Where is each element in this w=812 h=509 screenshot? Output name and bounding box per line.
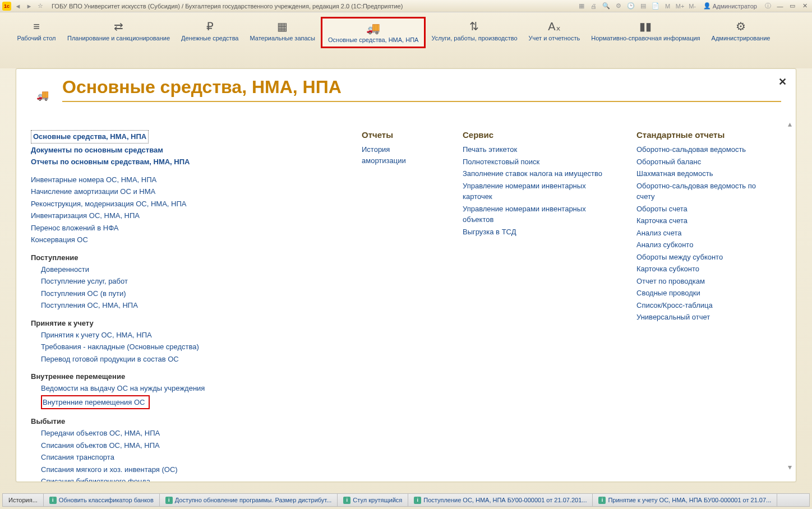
back-icon[interactable]: ◄ — [13, 2, 22, 11]
link-std-11[interactable]: Сводные проводки — [636, 288, 765, 299]
group-vybytie: Выбытие — [31, 417, 334, 425]
scroll-up-icon[interactable]: ▴ — [787, 119, 792, 128]
panel-close-button[interactable]: ✕ — [778, 76, 787, 88]
link-srv-5[interactable]: Выгрузка в ТСД — [463, 226, 608, 238]
sb-item-3[interactable]: iПоступление ОС, НМА, НПА БУ00-000001 от… — [408, 494, 593, 506]
toolbar-icon-3[interactable]: 🔍 — [601, 2, 611, 11]
std-reports-column: Стандартные отчеты Оборотно-сальдовая ве… — [636, 130, 765, 482]
toolbar-icon-2[interactable]: 🖨 — [589, 2, 599, 11]
info-badge-icon: i — [343, 497, 350, 504]
scroll-down-icon[interactable]: ▾ — [787, 462, 792, 471]
link-srv-3[interactable]: Управление номерами инвентарных карточек — [463, 181, 608, 202]
link-top-2[interactable]: Документы по основным средствам — [31, 145, 334, 156]
toolbar-icon-6[interactable]: ▤ — [638, 2, 648, 11]
nav-services[interactable]: ⇅ Услуги, работы, производство — [426, 17, 523, 45]
link-prin-1[interactable]: Требования - накладные (Основные средств… — [41, 341, 334, 353]
link-list1-4[interactable]: Перенос вложений в НФА — [31, 223, 334, 234]
link-srv-0[interactable]: Печать этикеток — [463, 144, 608, 155]
link-report-0[interactable]: История амортизации — [362, 144, 435, 166]
nav-label: Основные средства, НМА, НПА — [328, 36, 418, 43]
nav-reference[interactable]: ▮▮ Нормативно-справочная информация — [585, 17, 705, 45]
toolbar-icon-1[interactable]: ▦ — [576, 2, 587, 11]
nav-planning[interactable]: ⇄ Планирование и санкционирование — [62, 17, 176, 45]
link-vyb-0[interactable]: Передачи объектов ОС, НМА, НПА — [41, 428, 334, 439]
nav-fixed-assets[interactable]: 🚚 Основные средства, НМА, НПА — [321, 17, 426, 48]
close-button[interactable]: ✕ — [800, 2, 810, 11]
link-list1-5[interactable]: Консервация ОС — [31, 234, 334, 246]
favorite-icon[interactable]: ☆ — [36, 2, 45, 11]
nav-label: Рабочий стол — [17, 35, 56, 41]
forward-icon[interactable]: ► — [25, 2, 34, 11]
history-button[interactable]: История... — [3, 494, 44, 506]
link-list1-1[interactable]: Начисление амортизации ОС и НМА — [31, 186, 334, 197]
link-std-9[interactable]: Карточка субконто — [636, 263, 765, 275]
service-column: Сервис Печать этикеток Полнотекстовый по… — [463, 130, 608, 482]
info-icon[interactable]: ⓘ — [763, 2, 773, 11]
reports-heading: Отчеты — [362, 130, 435, 140]
link-std-0[interactable]: Оборотно-сальдовая ведомость — [636, 144, 765, 155]
maximize-button[interactable]: ▭ — [787, 2, 797, 11]
link-std-2[interactable]: Шахматная ведомость — [636, 168, 765, 179]
std-reports-heading: Стандартные отчеты — [636, 130, 765, 140]
calc-m-plus[interactable]: M+ — [675, 2, 685, 11]
nav-cash[interactable]: ₽ Денежные средства — [176, 17, 244, 45]
link-std-12[interactable]: Список/Кросс-таблица — [636, 300, 765, 311]
sb-item-0[interactable]: iОбновить классификатор банков — [44, 494, 160, 506]
info-badge-icon: i — [49, 497, 57, 504]
minimize-button[interactable]: — — [775, 2, 785, 11]
link-postup-2[interactable]: Поступления ОС (в пути) — [41, 288, 334, 299]
link-top-3[interactable]: Отчеты по основным средствам, НМА, НПА — [31, 156, 334, 168]
link-vyb-1[interactable]: Списания объектов ОС, НМА, НПА — [41, 440, 334, 451]
nav-label: Планирование и санкционирование — [67, 35, 170, 41]
link-postup-3[interactable]: Поступления ОС, НМА, НПА — [41, 300, 334, 311]
left-column: Основные средства, НМА, НПА Документы по… — [31, 130, 334, 482]
link-std-10[interactable]: Отчет по проводкам — [636, 276, 765, 287]
link-list1-0[interactable]: Инвентарные номера ОС, НМА, НПА — [31, 174, 334, 186]
link-list1-2[interactable]: Реконструкция, модернизация ОС, НМА, НПА — [31, 198, 334, 210]
link-std-5[interactable]: Карточка счета — [636, 215, 765, 226]
sb-item-2[interactable]: iСтул крутящийся — [338, 494, 408, 506]
toolbar-icon-5[interactable]: 🕒 — [626, 2, 636, 11]
link-std-8[interactable]: Обороты между субконто — [636, 252, 765, 263]
link-vnutr-1[interactable]: Внутренние перемещения ОС — [43, 397, 145, 408]
link-srv-2[interactable]: Заполнение ставок налога на имущество — [463, 168, 608, 179]
sb-label: Принятие к учету ОС, НМА, НПА БУ00-00000… — [608, 497, 771, 503]
link-postup-0[interactable]: Доверенности — [41, 264, 334, 275]
sliders-icon: ⇅ — [431, 20, 517, 33]
link-vyb-3[interactable]: Списания мягкого и хоз. инвентаря (ОС) — [41, 464, 334, 475]
link-std-3[interactable]: Оборотно-сальдовая ведомость по счету — [636, 181, 765, 202]
toolbar-icon-7[interactable]: 📄 — [650, 2, 661, 11]
sb-item-1[interactable]: iДоступно обновление программы. Размер д… — [160, 494, 338, 506]
sb-label: Обновить классификатор банков — [59, 497, 154, 503]
link-prin-0[interactable]: Принятия к учету ОС, НМА, НПА — [41, 330, 334, 341]
link-postup-1[interactable]: Поступление услуг, работ — [41, 276, 334, 287]
toolbar-icon-4[interactable]: ⚙ — [613, 2, 624, 11]
calc-m-minus[interactable]: M- — [688, 2, 698, 11]
nav-admin[interactable]: ⚙ Администрирование — [706, 17, 776, 45]
statusbar: История... iОбновить классификатор банко… — [2, 493, 810, 507]
user-label[interactable]: 👤 Администратор — [703, 2, 757, 10]
group-prinyatie: Принятие к учету — [31, 319, 334, 327]
link-vnutr-0[interactable]: Ведомости на выдачу ОС на нужды учрежден… — [41, 383, 334, 394]
link-label: Основные средства, НМА, НПА — [31, 130, 149, 144]
link-srv-1[interactable]: Полнотекстовый поиск — [463, 156, 608, 168]
planning-icon: ⇄ — [67, 20, 170, 33]
nav-materials[interactable]: ▦ Материальные запасы — [244, 17, 321, 45]
link-std-4[interactable]: Обороты счета — [636, 203, 765, 215]
link-std-7[interactable]: Анализ субконто — [636, 239, 765, 251]
nav-label: Денежные средства — [181, 35, 238, 41]
link-srv-4[interactable]: Управление номерами инвентарных объектов — [463, 203, 608, 225]
truck-icon: 🚚 — [328, 22, 418, 34]
calc-m[interactable]: M — [663, 2, 673, 11]
nav-accounting[interactable]: Aₓ Учет и отчетность — [523, 17, 586, 45]
link-list1-3[interactable]: Инвентаризация ОС, НМА, НПА — [31, 210, 334, 221]
link-std-13[interactable]: Универсальный отчет — [636, 312, 765, 323]
link-top-1[interactable]: Основные средства, НМА, НПА — [31, 130, 334, 144]
link-prin-2[interactable]: Перевод готовой продукции в состав ОС — [41, 354, 334, 365]
link-std-6[interactable]: Анализ счета — [636, 228, 765, 239]
nav-desktop[interactable]: ≡ Рабочий стол — [11, 17, 62, 45]
link-vyb-4[interactable]: Списания библиотечного фонда — [41, 476, 334, 482]
link-std-1[interactable]: Оборотный баланс — [636, 156, 765, 168]
link-vyb-2[interactable]: Списания транспорта — [41, 452, 334, 463]
sb-item-4[interactable]: iПринятие к учету ОС, НМА, НПА БУ00-0000… — [593, 494, 777, 506]
